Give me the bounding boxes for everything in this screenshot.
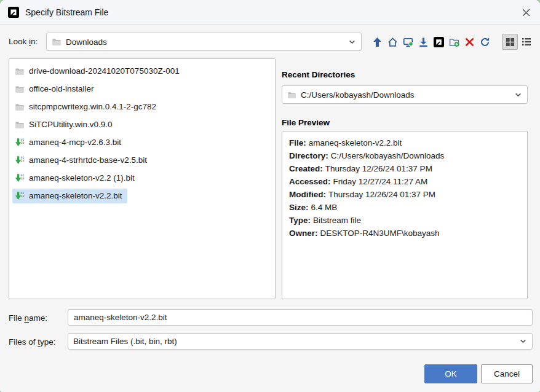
folder-icon [15, 102, 25, 112]
folder-icon [15, 84, 25, 94]
refresh-icon [480, 37, 490, 47]
close-icon [522, 8, 531, 17]
preview-field-size: Size:6.4 MB [289, 201, 520, 214]
close-button[interactable] [512, 0, 540, 25]
recent-directories-dropdown[interactable]: C:/Users/kobayash/Downloads [282, 85, 528, 104]
file-row-folder[interactable]: SiTCPUtility.win.v0.9.0 [9, 116, 275, 133]
bitstream-file-icon: 0110 [15, 138, 25, 147]
list-view-icon [522, 37, 531, 47]
recent-directory-value: C:/Users/kobayash/Downloads [301, 90, 415, 100]
download-icon [418, 37, 429, 47]
file-name-label: amaneq-skeleton-v2.2.bit [29, 191, 122, 200]
recent-directories-heading: Recent Directories [282, 70, 355, 79]
xilinx-logo-icon [434, 37, 444, 47]
grid-view-icon [506, 37, 515, 47]
file-preview-heading: File Preview [282, 118, 330, 127]
folder-icon [15, 120, 25, 130]
look-in-dropdown[interactable]: Downloads [46, 33, 362, 51]
new-folder-icon [449, 37, 459, 47]
svg-text:10: 10 [21, 177, 25, 180]
create-folder-button[interactable] [447, 34, 461, 50]
bitstream-file-icon: 0110 [15, 191, 25, 201]
up-directory-button[interactable] [370, 34, 384, 50]
bitstream-file-icon: 0110 [15, 173, 25, 183]
grid-view-button[interactable] [502, 34, 518, 50]
desktop-icon [403, 37, 413, 47]
svg-text:10: 10 [21, 159, 25, 162]
xilinx-logo-icon [8, 7, 19, 18]
file-dialog-toolbar [370, 33, 533, 50]
file-row-bitstream[interactable]: 0110amaneq-4-mcp-v2.6.3.bit [9, 133, 275, 151]
ok-button[interactable]: OK [424, 364, 477, 383]
file-row-bitstream[interactable]: 0110amaneq-skeleton-v2.2 (1).bit [9, 169, 275, 187]
files-of-type-value: Bitstream Files (.bit, bin, rbt) [73, 337, 177, 346]
preview-field-type: Type:Bitstream file [289, 214, 520, 227]
bitstream-file-icon: 0110 [15, 155, 25, 165]
files-of-type-dropdown[interactable]: Bitstream Files (.bit, bin, rbt) [68, 333, 533, 350]
up-arrow-icon [372, 37, 383, 47]
refresh-button[interactable] [478, 34, 492, 50]
file-preview-panel: File:amaneq-skeleton-v2.2.bit Directory:… [282, 131, 528, 299]
xilinx-directory-button[interactable] [432, 34, 446, 50]
desktop-backdrop: Specify Bitstream File Look in: Download… [0, 0, 540, 392]
specify-bitstream-file-dialog: Specify Bitstream File Look in: Download… [0, 0, 540, 392]
file-row-bitstream[interactable]: 0110amaneq-4-strhrtdc-base-v2.5.bit [9, 151, 275, 169]
preview-field-modified: Modified:Thursday 12/26/24 01:37 PM [289, 188, 520, 201]
delete-x-icon [464, 37, 475, 47]
file-name-input[interactable] [68, 309, 533, 326]
file-name-label: office-old-installer [29, 84, 94, 93]
file-name-label: SiTCPUtility.win.v0.9.0 [29, 120, 113, 129]
file-row-folder[interactable]: office-old-installer [9, 80, 275, 98]
folder-icon [287, 90, 296, 100]
preview-field-directory: Directory:C:/Users/kobayash/Downloads [289, 149, 520, 162]
preview-field-created: Created:Thursday 12/26/24 01:37 PM [289, 162, 520, 175]
file-name-label: drive-download-20241020T075030Z-001 [29, 66, 180, 76]
desktop-directory-button[interactable] [401, 34, 415, 50]
files-of-type-field-label: Files of type: [9, 337, 56, 347]
preview-field-file: File:amaneq-skeleton-v2.2.bit [289, 136, 520, 149]
look-in-label: Look in: [9, 37, 38, 46]
file-name-label: sitcpmpcwritexg.win.0.4.1-2-gc782 [29, 102, 156, 111]
delete-button[interactable] [463, 34, 477, 50]
title-bar: Specify Bitstream File [0, 0, 540, 25]
preview-field-owner: Owner:DESKTOP-R4N3UMF\kobayash [289, 227, 520, 240]
dialog-title: Specify Bitstream File [25, 7, 108, 17]
file-row-folder[interactable]: sitcpmpcwritexg.win.0.4.1-2-gc782 [9, 98, 275, 116]
file-row-folder[interactable]: drive-download-20241020T075030Z-001 [9, 62, 275, 80]
svg-text:10: 10 [21, 141, 25, 144]
home-icon [387, 37, 398, 47]
chevron-down-icon [348, 38, 356, 46]
home-directory-button[interactable] [386, 34, 400, 50]
chevron-down-icon [519, 337, 527, 345]
preview-field-accessed: Accessed:Friday 12/27/24 11:27 AM [289, 175, 520, 188]
file-name-label: amaneq-4-mcp-v2.6.3.bit [29, 138, 121, 147]
downloads-directory-button[interactable] [416, 34, 431, 50]
folder-icon [52, 37, 62, 47]
file-name-field-label: File name: [9, 313, 47, 323]
look-in-value: Downloads [66, 37, 107, 47]
svg-text:10: 10 [21, 195, 25, 198]
file-name-label: amaneq-skeleton-v2.2 (1).bit [29, 173, 135, 182]
list-view-button[interactable] [519, 34, 533, 50]
file-row-bitstream-selected[interactable]: 0110amaneq-skeleton-v2.2.bit [9, 187, 275, 205]
chevron-down-icon [514, 91, 522, 99]
file-name-label: amaneq-4-strhrtdc-base-v2.5.bit [29, 155, 147, 165]
folder-icon [15, 66, 25, 76]
cancel-button[interactable]: Cancel [481, 364, 533, 383]
file-list-panel: drive-download-20241020T075030Z-001 offi… [9, 58, 276, 299]
